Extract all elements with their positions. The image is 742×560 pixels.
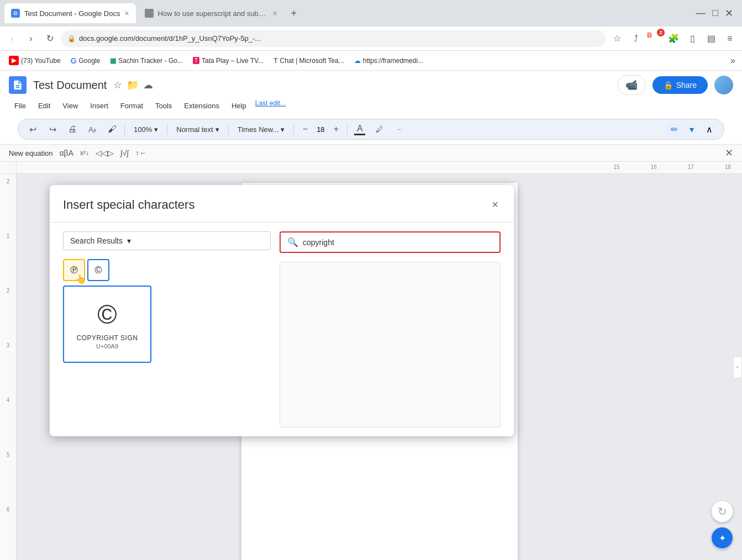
address-bar[interactable]: 🔒 docs.google.com/document/d/1hP_y_UsnQ7…: [61, 30, 606, 47]
equation-label: New equation: [9, 149, 53, 157]
edit-mode-dropdown[interactable]: ▾: [684, 121, 699, 137]
tab-active[interactable]: D Test Document - Google Docs ×: [4, 3, 136, 23]
toolbar-divider-3: [228, 124, 229, 135]
vr-mark-5: 4: [7, 397, 10, 403]
tab-inactive-close[interactable]: ×: [273, 9, 277, 18]
text-color-button[interactable]: A: [352, 121, 367, 137]
sidebar-toggle[interactable]: ▯: [685, 31, 700, 46]
toolbar-collapse-button[interactable]: ∧: [702, 121, 717, 137]
dialog-overlay: Insert special characters × Search Resul…: [17, 174, 742, 560]
close-button[interactable]: ✕: [725, 7, 733, 19]
toolbar-divider-5: [347, 124, 348, 135]
redo-button[interactable]: ↪: [45, 121, 60, 137]
paragraph-style-arrow-icon: ▾: [215, 125, 219, 134]
highlight-button[interactable]: 🖊: [372, 121, 387, 137]
share-page-icon[interactable]: ⤴: [628, 31, 644, 46]
vr-mark-6: 5: [7, 452, 10, 458]
meet-button[interactable]: 📹: [617, 75, 646, 95]
star-icon[interactable]: ☆: [113, 79, 122, 91]
char-cell-copyright[interactable]: ©: [87, 259, 109, 281]
extensions-icon[interactable]: 🧩: [666, 31, 681, 46]
print-button[interactable]: 🖨: [65, 121, 80, 137]
dialog-close-button[interactable]: ×: [490, 196, 501, 213]
eq-symbol-5: ↑←: [135, 149, 147, 157]
undo-button[interactable]: ↩: [25, 121, 40, 137]
share-button[interactable]: 🔒 Share: [652, 76, 708, 94]
brave-icon[interactable]: B 2: [647, 31, 662, 46]
char-detail-panel: © COPYRIGHT SIGN U+00A9: [63, 286, 151, 363]
bookmark-sachin-label: Sachin Tracker - Go...: [118, 57, 183, 65]
search-preview-area: [280, 262, 501, 427]
edit-mode-pencil[interactable]: ✏: [666, 121, 682, 137]
google-icon: G: [71, 56, 77, 65]
chars-grid: ℗ 👆 ©: [63, 259, 271, 281]
eq-symbol-1: αβA: [60, 149, 73, 157]
font-size-increase[interactable]: +: [329, 123, 343, 136]
dialog-title: Insert special characters: [63, 198, 194, 212]
menu-tools[interactable]: Tools: [150, 99, 177, 112]
window-controls: — □ ✕: [696, 7, 738, 19]
back-button[interactable]: ‹: [4, 31, 20, 46]
ruler-corner: [0, 162, 17, 174]
menu-help[interactable]: Help: [226, 99, 252, 112]
zoom-arrow-icon: ▾: [154, 125, 158, 134]
ruler-mark-16: 16: [651, 164, 657, 170]
menu-bar: File Edit View Insert Format Tools Exten…: [9, 97, 733, 114]
search-box-wrapper[interactable]: 🔍: [280, 231, 501, 253]
menu-insert[interactable]: Insert: [85, 99, 114, 112]
cloud-save-icon[interactable]: ☁: [143, 79, 153, 91]
vertical-ruler: 2 1 2 3 4 5 6: [0, 174, 17, 560]
spellcheck-button[interactable]: Aᵦ: [85, 121, 100, 137]
reload-button[interactable]: ↻: [42, 31, 57, 46]
bookmark-icon[interactable]: ☆: [609, 31, 625, 46]
bookmarks-more-button[interactable]: »: [728, 54, 738, 68]
font-size-value: 18: [314, 125, 327, 134]
more-formatting-button[interactable]: ···: [392, 121, 407, 137]
wallet-icon[interactable]: ▤: [703, 31, 719, 46]
search-results-dropdown[interactable]: Search Results ▾: [63, 231, 271, 250]
char-detail-code: U+00A9: [96, 343, 118, 350]
text-color-a-icon: A: [357, 124, 363, 134]
paragraph-style-value: Normal text: [176, 125, 213, 134]
bookmark-youtube[interactable]: ▶ (73) YouTube: [4, 54, 65, 67]
font-size-control: − 18 +: [298, 123, 343, 136]
font-size-decrease[interactable]: −: [298, 123, 312, 136]
forward-button[interactable]: ›: [23, 31, 39, 46]
new-tab-button[interactable]: +: [286, 6, 302, 21]
menu-format[interactable]: Format: [115, 99, 149, 112]
char-cell-registered[interactable]: ℗ 👆: [63, 259, 85, 281]
bookmark-sachin[interactable]: ▦ Sachin Tracker - Go...: [106, 55, 187, 67]
maximise-button[interactable]: □: [712, 7, 718, 19]
docs-title-row: Test Document ☆ 📁 ☁ 📹 🔒 Share: [9, 75, 733, 97]
title-icons: ☆ 📁 ☁: [113, 79, 153, 91]
menu-icon[interactable]: ≡: [722, 31, 738, 46]
bookmark-teams[interactable]: T Chat | Microsoft Tea...: [269, 55, 349, 67]
bookmark-google-label: Google: [79, 57, 101, 65]
folder-icon[interactable]: 📁: [127, 79, 139, 91]
tab-inactive-icon: [145, 9, 154, 18]
user-avatar[interactable]: [714, 76, 733, 94]
menu-file[interactable]: File: [9, 99, 31, 112]
zoom-selector[interactable]: 100% ▾: [129, 123, 162, 136]
tab-inactive[interactable]: How to use superscript and subscript ×: [138, 3, 284, 23]
bookmark-framed[interactable]: ☁ https://framedmedi...: [350, 55, 428, 67]
eq-symbol-2: x²↓: [80, 149, 89, 157]
menu-extensions[interactable]: Extensions: [178, 99, 225, 112]
last-edit-link[interactable]: Last edit...: [255, 99, 286, 112]
tab-active-close[interactable]: ×: [124, 9, 129, 18]
paragraph-style-selector[interactable]: Normal text ▾: [172, 123, 223, 136]
menu-view[interactable]: View: [57, 99, 83, 112]
title-actions: 📹 🔒 Share: [617, 75, 733, 95]
menu-edit[interactable]: Edit: [33, 99, 56, 112]
minimise-button[interactable]: —: [696, 7, 706, 19]
bookmark-tata[interactable]: T Tata Play – Live TV...: [188, 55, 268, 67]
font-selector[interactable]: Times New... ▾: [233, 123, 290, 136]
font-value: Times New...: [238, 125, 279, 134]
character-search-input[interactable]: [303, 238, 493, 247]
equation-close-button[interactable]: ✕: [725, 147, 733, 159]
scroll-area: 2 1 2 3 4 5 6: [0, 174, 742, 560]
bookmark-google[interactable]: G Google: [66, 54, 105, 67]
paint-format-button[interactable]: 🖌: [104, 121, 120, 137]
sheets-icon: ▦: [110, 57, 116, 65]
char-detail-symbol: ©: [97, 299, 117, 330]
